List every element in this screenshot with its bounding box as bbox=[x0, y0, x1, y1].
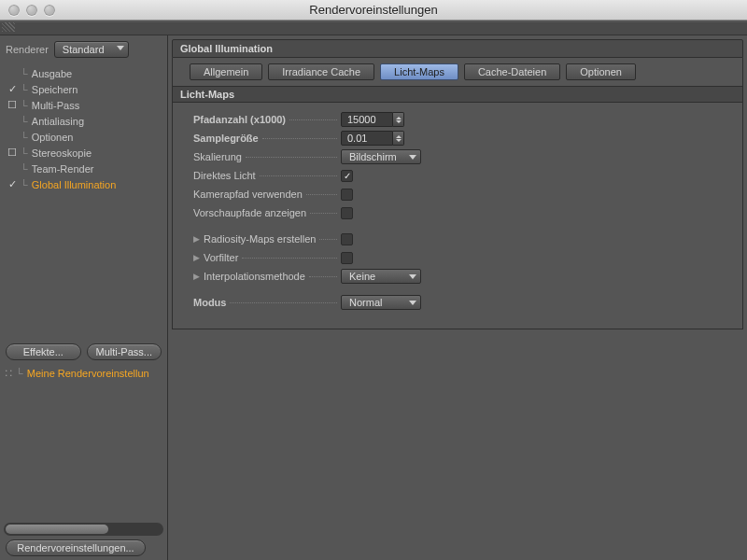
window-title: Rendervoreinstellungen bbox=[0, 3, 747, 17]
vorschau-checkbox[interactable] bbox=[341, 207, 353, 219]
collapse-icon: ⸬ bbox=[6, 368, 12, 379]
render-profile-row[interactable]: ⸬ └ Meine Rendervoreinstellun bbox=[0, 364, 167, 383]
chevron-down-icon bbox=[409, 301, 416, 305]
renderer-label: Renderer bbox=[6, 44, 49, 55]
chevron-down-icon bbox=[409, 155, 416, 160]
modus-label: Modus bbox=[193, 297, 341, 308]
checkbox-icon[interactable]: ☐ bbox=[6, 147, 19, 159]
pfadanzahl-label: Pfadanzahl (x1000) bbox=[193, 114, 341, 125]
check-icon: ✓ bbox=[6, 178, 19, 190]
interpolation-dropdown[interactable]: Keine bbox=[341, 269, 421, 284]
toolbar-strip bbox=[0, 22, 747, 35]
radiosity-label: ▶Radiosity-Maps erstellen bbox=[193, 233, 341, 245]
tab-allgemein[interactable]: Allgemein bbox=[190, 63, 262, 80]
tab-cache-dateien[interactable]: Cache-Dateien bbox=[464, 63, 560, 80]
renderer-value: Standard bbox=[63, 44, 105, 55]
window-titlebar: Rendervoreinstellungen bbox=[0, 0, 747, 21]
section-header: Licht-Maps bbox=[172, 86, 743, 103]
samplegroesse-input[interactable]: 0.01 bbox=[341, 131, 404, 146]
tree-item-antialiasing[interactable]: └Antialiasing bbox=[0, 113, 167, 129]
tab-bar: Allgemein Irradiance Cache Licht-Maps Ca… bbox=[172, 58, 743, 86]
tree-item-optionen[interactable]: └Optionen bbox=[0, 129, 167, 145]
sidebar: Renderer Standard └Ausgabe ✓└Speichern ☐… bbox=[0, 35, 168, 560]
horizontal-scrollbar[interactable] bbox=[4, 523, 163, 536]
tree-item-team-render[interactable]: └Team-Render bbox=[0, 161, 167, 176]
profile-name: Meine Rendervoreinstellun bbox=[27, 368, 149, 379]
expand-icon[interactable]: ▶ bbox=[193, 272, 200, 281]
tree-item-stereoskopie[interactable]: ☐└Stereoskopie bbox=[0, 145, 167, 161]
stepper-icon[interactable] bbox=[393, 131, 404, 146]
tab-irradiance-cache[interactable]: Irradiance Cache bbox=[268, 63, 374, 80]
vorfilter-label: ▶Vorfilter bbox=[193, 252, 341, 263]
checkbox-icon[interactable]: ☐ bbox=[6, 99, 19, 111]
tree-item-ausgabe[interactable]: └Ausgabe bbox=[0, 65, 167, 81]
direktes-licht-checkbox[interactable]: ✓ bbox=[341, 170, 353, 182]
pfadanzahl-input[interactable]: 15000 bbox=[341, 112, 404, 127]
licht-maps-form: Pfadanzahl (x1000) 15000 Samplegröße 0.0… bbox=[172, 103, 743, 329]
kamerapfad-label: Kamerapfad verwenden bbox=[193, 189, 341, 200]
chevron-down-icon bbox=[409, 274, 416, 279]
interpolation-label: ▶Interpolationsmethode bbox=[193, 271, 341, 282]
grip-icon[interactable] bbox=[2, 22, 15, 32]
skalierung-dropdown[interactable]: Bildschirm bbox=[341, 149, 421, 164]
chevron-down-icon bbox=[117, 46, 124, 50]
scrollbar-thumb[interactable] bbox=[6, 525, 108, 534]
panel-title: Global Illumination bbox=[172, 39, 743, 58]
vorfilter-checkbox[interactable] bbox=[341, 252, 353, 264]
multipass-button[interactable]: Multi-Pass... bbox=[87, 343, 162, 360]
radiosity-checkbox[interactable] bbox=[341, 233, 353, 245]
tree-item-multipass[interactable]: ☐└Multi-Pass bbox=[0, 97, 167, 113]
expand-icon[interactable]: ▶ bbox=[193, 253, 200, 262]
modus-dropdown[interactable]: Normal bbox=[341, 295, 421, 310]
samplegroesse-label: Samplegröße bbox=[193, 133, 341, 144]
tree-item-speichern[interactable]: ✓└Speichern bbox=[0, 81, 167, 97]
vorschau-label: Vorschaupfade anzeigen bbox=[193, 207, 341, 218]
direktes-licht-label: Direktes Licht bbox=[193, 170, 341, 181]
check-icon: ✓ bbox=[6, 83, 19, 95]
kamerapfad-checkbox[interactable] bbox=[341, 189, 353, 201]
tab-optionen[interactable]: Optionen bbox=[566, 63, 636, 80]
content-panel: Global Illumination Allgemein Irradiance… bbox=[168, 35, 747, 560]
effects-button[interactable]: Effekte... bbox=[6, 343, 81, 360]
tree-item-global-illumination[interactable]: ✓└Global Illumination bbox=[0, 176, 167, 192]
tab-licht-maps[interactable]: Licht-Maps bbox=[380, 63, 458, 80]
render-settings-tree: └Ausgabe ✓└Speichern ☐└Multi-Pass └Antia… bbox=[0, 62, 167, 200]
expand-icon[interactable]: ▶ bbox=[193, 234, 200, 244]
renderer-dropdown[interactable]: Standard bbox=[54, 41, 129, 58]
render-settings-button[interactable]: Rendervoreinstellungen... bbox=[6, 539, 146, 556]
skalierung-label: Skalierung bbox=[193, 151, 341, 162]
stepper-icon[interactable] bbox=[393, 112, 404, 127]
